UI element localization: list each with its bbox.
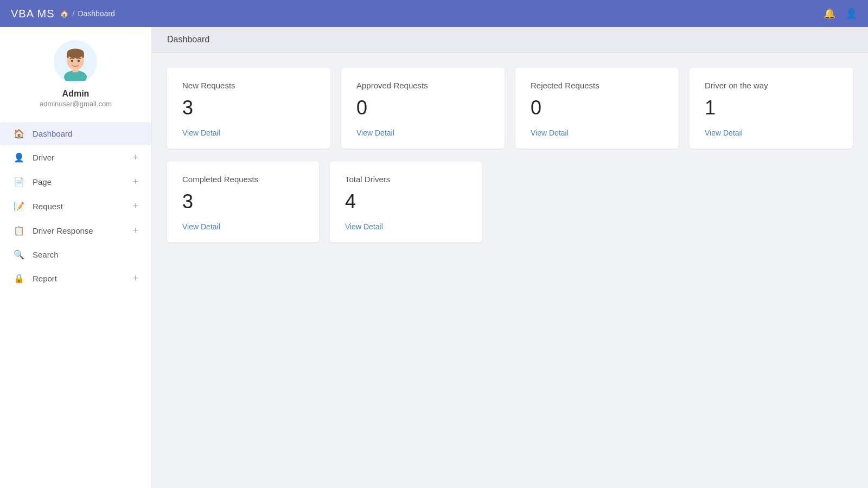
brand-ms: MS (34, 8, 55, 20)
sidebar-item-page[interactable]: 📄 Page + (0, 170, 151, 194)
card-rejected-requests-link[interactable]: View Detail (531, 129, 569, 137)
request-expand-icon[interactable]: + (132, 201, 138, 212)
card-new-requests: New Requests 3 View Detail (167, 68, 330, 149)
main-content: Dashboard New Requests 3 View Detail App… (152, 27, 868, 488)
card-new-requests-link[interactable]: View Detail (182, 129, 220, 137)
sidebar-navigation: 🏠 Dashboard 👤 Driver + 📄 Page + 📝 Reques… (0, 122, 151, 291)
sidebar-label-request: Request (33, 202, 63, 211)
admin-email: adminuser@gmail.com (40, 100, 112, 108)
sidebar-label-report: Report (33, 274, 57, 283)
driver-expand-icon[interactable]: + (132, 152, 138, 163)
card-completed-requests-link[interactable]: View Detail (182, 222, 220, 231)
driver-response-icon: 📋 (13, 226, 25, 236)
breadcrumb-separator: / (72, 9, 74, 18)
driver-response-expand-icon[interactable]: + (132, 225, 138, 236)
sidebar-label-page: Page (33, 177, 52, 187)
page-icon: 📄 (13, 177, 25, 187)
home-sidebar-icon: 🏠 (13, 129, 25, 139)
sidebar: Admin adminuser@gmail.com 🏠 Dashboard 👤 … (0, 27, 152, 488)
sidebar-label-driver-response: Driver Response (33, 226, 93, 235)
sidebar-item-dashboard[interactable]: 🏠 Dashboard (0, 122, 151, 145)
card-approved-requests-link[interactable]: View Detail (356, 129, 394, 137)
card-driver-on-way-link[interactable]: View Detail (705, 129, 743, 137)
main-layout: Admin adminuser@gmail.com 🏠 Dashboard 👤 … (0, 27, 868, 488)
sidebar-label-search: Search (33, 250, 59, 259)
card-total-drivers-title: Total Drivers (345, 175, 467, 184)
card-approved-requests-value: 0 (356, 97, 489, 119)
nav-icons: 🔔 👤 (824, 8, 857, 20)
user-profile-icon[interactable]: 👤 (845, 8, 857, 20)
user-profile-section: Admin adminuser@gmail.com (40, 40, 112, 108)
driver-icon: 👤 (13, 152, 25, 163)
card-driver-on-way: Driver on the way 1 View Detail (690, 68, 853, 149)
home-icon[interactable]: 🏠 (60, 9, 69, 18)
card-rejected-requests: Rejected Requests 0 View Detail (515, 68, 679, 149)
card-total-drivers-value: 4 (345, 190, 467, 213)
search-icon: 🔍 (13, 249, 25, 260)
card-completed-requests-value: 3 (182, 190, 304, 213)
card-total-drivers-link[interactable]: View Detail (345, 222, 383, 231)
card-completed-requests-title: Completed Requests (182, 175, 304, 184)
dashboard-cards: New Requests 3 View Detail Approved Requ… (152, 53, 868, 242)
avatar-svg (56, 43, 94, 81)
sidebar-item-request[interactable]: 📝 Request + (0, 194, 151, 219)
card-completed-requests: Completed Requests 3 View Detail (167, 162, 319, 242)
brand-vba: VBA (11, 8, 34, 20)
svg-point-6 (71, 60, 73, 62)
admin-name: Admin (62, 89, 90, 99)
cards-row-1: New Requests 3 View Detail Approved Requ… (167, 68, 853, 149)
card-approved-requests-title: Approved Requests (356, 81, 489, 90)
report-icon: 🔒 (13, 273, 25, 284)
card-total-drivers: Total Drivers 4 View Detail (330, 162, 482, 242)
bell-icon[interactable]: 🔔 (824, 8, 835, 20)
sidebar-item-report[interactable]: 🔒 Report + (0, 266, 151, 291)
svg-point-7 (78, 60, 80, 62)
sidebar-item-search[interactable]: 🔍 Search (0, 243, 151, 266)
sidebar-label-driver: Driver (33, 153, 54, 162)
sidebar-label-dashboard: Dashboard (33, 129, 72, 138)
request-icon: 📝 (13, 201, 25, 211)
cards-row-2: Completed Requests 3 View Detail Total D… (167, 162, 853, 242)
breadcrumb: 🏠 / Dashboard (60, 9, 114, 18)
svg-point-3 (67, 49, 85, 59)
top-navigation: VBA MS 🏠 / Dashboard 🔔 👤 (0, 0, 868, 27)
report-expand-icon[interactable]: + (132, 273, 138, 284)
brand-logo: VBA MS (11, 8, 54, 20)
svg-rect-5 (82, 53, 85, 58)
card-driver-on-way-value: 1 (705, 97, 838, 119)
card-new-requests-title: New Requests (182, 81, 315, 90)
page-title: Dashboard (152, 27, 868, 53)
card-approved-requests: Approved Requests 0 View Detail (341, 68, 505, 149)
sidebar-item-driver-response[interactable]: 📋 Driver Response + (0, 219, 151, 243)
card-rejected-requests-title: Rejected Requests (531, 81, 663, 90)
card-new-requests-value: 3 (182, 97, 315, 119)
svg-rect-4 (67, 53, 69, 58)
card-rejected-requests-value: 0 (531, 97, 663, 119)
page-expand-icon[interactable]: + (132, 176, 138, 188)
sidebar-item-driver[interactable]: 👤 Driver + (0, 145, 151, 170)
avatar (54, 40, 97, 84)
breadcrumb-page: Dashboard (78, 9, 115, 18)
card-driver-on-way-title: Driver on the way (705, 81, 838, 90)
